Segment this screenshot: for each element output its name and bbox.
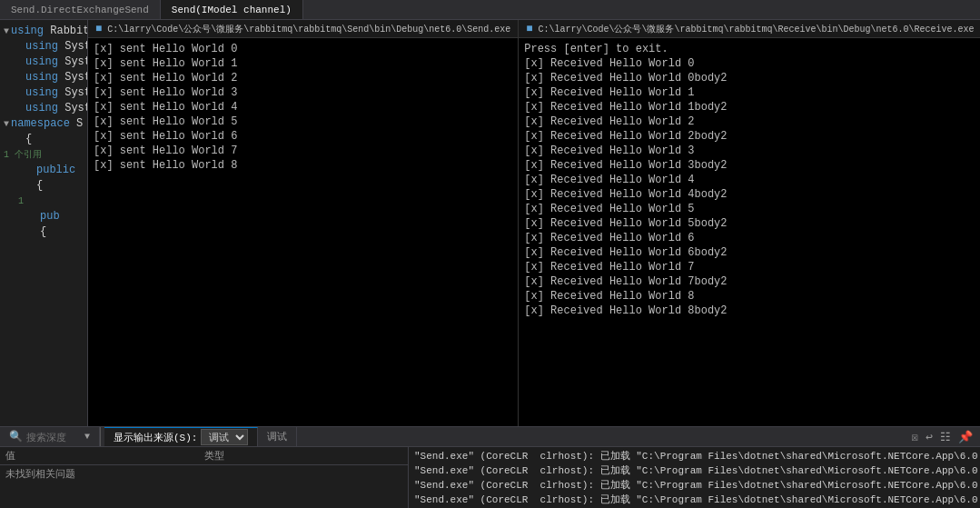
- bottom-left-pane: 值 类型 未找到相关问题: [0, 447, 409, 508]
- tab-bar: Send.DirectExchangeSend Send(IModel chan…: [0, 0, 980, 20]
- main-area: ▼ using RabbitMQ.Client; using System; u…: [0, 20, 980, 426]
- collapse-icon-1: ▼: [4, 24, 9, 39]
- terminal-receive-title: C:\larry\Code\公众号\微服务\rabbitmq\rabbitmq\…: [538, 23, 974, 35]
- tab-direct-exchange[interactable]: Send.DirectExchangeSend: [0, 0, 161, 19]
- code-editor: ▼ using RabbitMQ.Client; using System; u…: [0, 20, 88, 426]
- terminal-send-titlebar: ■ C:\larry\Code\公众号\微服务\rabbitmq\rabbitm…: [88, 20, 518, 38]
- code-text-11: public: [25, 163, 75, 178]
- code-text-9: {: [25, 132, 32, 147]
- bottom-tab-output[interactable]: 显示输出来源(S): 调试: [104, 427, 258, 446]
- terminal-receive-line-8: [x] Received Hello World 8: [524, 289, 975, 304]
- clear-icon[interactable]: ☒: [909, 430, 920, 444]
- code-line-15: {: [0, 224, 87, 240]
- code-line-8: ▼ namespace S: [0, 116, 87, 132]
- bottom-content: 值 类型 未找到相关问题 "Send.exe" (CoreCLR clrhost…: [0, 447, 980, 508]
- terminal-send-line-3: [x] sent Hello World 3: [94, 85, 512, 100]
- terminal-receive-line-3b: [x] Received Hello World 3body2: [524, 158, 975, 173]
- tab-imodel-channel-label: Send(IModel channel): [172, 5, 292, 15]
- terminal-send-line-5: [x] sent Hello World 5: [94, 115, 512, 129]
- terminals-container: ■ C:\larry\Code\公众号\微服务\rabbitmq\rabbitm…: [88, 20, 980, 426]
- terminal-send-line-0: [x] sent Hello World 0: [94, 42, 512, 56]
- code-text-6: using Syste...: [25, 101, 88, 116]
- output-label: 显示输出来源(S):: [114, 431, 197, 444]
- bottom-tab-debug[interactable]: 调试: [258, 427, 297, 446]
- terminal-receive-line-8b: [x] Received Hello World 8body2: [524, 304, 975, 318]
- terminal-receive-icon: ■: [526, 23, 532, 35]
- code-text-3: using System.Collections.Generic;: [25, 55, 88, 70]
- code-line-13: 1: [0, 194, 87, 209]
- code-text-8: namespace S: [11, 116, 83, 132]
- code-line-5: using Syste...: [0, 85, 87, 101]
- tab-direct-exchange-label: Send.DirectExchangeSend: [11, 5, 149, 15]
- terminal-send-line-8: [x] sent Hello World 8: [94, 158, 512, 173]
- terminal-receive-line-1: [x] Received Hello World 1: [524, 85, 975, 100]
- terminal-receive-line-6b: [x] Received Hello World 6body2: [524, 245, 975, 260]
- code-text-12: {: [25, 178, 43, 194]
- bottom-panel: 🔍 ▼ 显示输出来源(S): 调试 调试 ☒ ↩ ☷ 📌: [0, 426, 980, 508]
- terminal-receive-line-6: [x] Received Hello World 6: [524, 231, 975, 245]
- output-pane[interactable]: "Send.exe" (CoreCLR clrhost): 已加载 "C:\Pr…: [409, 447, 980, 508]
- terminal-send-line-1: [x] sent Hello World 1: [94, 56, 512, 71]
- code-line-3: using System.Collections.Generic;: [0, 55, 87, 70]
- code-text-1: using RabbitMQ.Client;: [11, 24, 88, 39]
- code-line-4: using System.Linq;: [0, 70, 87, 85]
- tab-imodel-channel[interactable]: Send(IModel channel): [161, 0, 303, 19]
- code-line-14: pub: [0, 209, 87, 224]
- terminal-receive-line-3: [x] Received Hello World 3: [524, 144, 975, 158]
- output-line-4: "Send.exe" (CoreCLR clrhost): 已加载 "C:\Pr…: [409, 493, 980, 507]
- terminal-receive-body[interactable]: Press [enter] to exit. [x] Received Hell…: [519, 38, 980, 426]
- code-line-1: ▼ using RabbitMQ.Client;: [0, 24, 87, 39]
- debug-label: 调试: [267, 430, 287, 443]
- terminal-receive-line-1b: [x] Received Hello World 1body2: [524, 100, 975, 115]
- code-line-9: {: [0, 132, 87, 147]
- output-line-3: "Send.exe" (CoreCLR clrhost): 已加载 "C:\Pr…: [409, 478, 980, 493]
- terminal-receive-line-4: [x] Received Hello World 4: [524, 173, 975, 187]
- terminal-receive-line-5: [x] Received Hello World 5: [524, 202, 975, 216]
- terminal-receive-press: Press [enter] to exit.: [524, 42, 975, 56]
- output-line-2: "Send.exe" (CoreCLR clrhost): 已加载 "C:\Pr…: [409, 463, 980, 478]
- code-line-6: using Syste...: [0, 101, 87, 116]
- terminal-send-icon: ■: [95, 23, 102, 35]
- search-icon: 🔍: [9, 430, 23, 443]
- terminal-receive-line-2: [x] Received Hello World 2: [524, 115, 975, 129]
- terminal-receive-line-7b: [x] Received Hello World 7body2: [524, 274, 975, 289]
- output-line-1: "Send.exe" (CoreCLR clrhost): 已加载 "C:\Pr…: [409, 449, 980, 463]
- code-text-4: using System.Linq;: [25, 70, 88, 85]
- filter-icon[interactable]: ☷: [938, 430, 953, 444]
- terminal-send-title: C:\larry\Code\公众号\微服务\rabbitmq\rabbitmq\…: [107, 23, 510, 35]
- output-source-select[interactable]: 调试: [201, 429, 248, 445]
- terminal-send-line-7: [x] sent Hello World 7: [94, 144, 512, 158]
- bottom-tabs: 🔍 ▼ 显示输出来源(S): 调试 调试 ☒ ↩ ☷ 📌: [0, 427, 980, 447]
- terminal-send-body[interactable]: [x] sent Hello World 0 [x] sent Hello Wo…: [88, 38, 518, 426]
- terminal-receive-line-4b: [x] Received Hello World 4body2: [524, 187, 975, 202]
- search-dropdown-icon[interactable]: ▼: [84, 432, 90, 442]
- bottom-cols: 值 类型: [0, 447, 408, 465]
- terminal-receive-line-0b: [x] Received Hello World 0body2: [524, 71, 975, 85]
- bottom-tab-search[interactable]: 🔍 ▼: [0, 427, 100, 446]
- code-line-2: using System;: [0, 39, 87, 55]
- code-line-12: {: [0, 178, 87, 194]
- code-text-5: using Syste...: [25, 85, 88, 101]
- terminal-receive-line-2b: [x] Received Hello World 2body2: [524, 129, 975, 144]
- wrap-icon[interactable]: ↩: [924, 430, 935, 444]
- terminal-receive-line-5b: [x] Received Hello World 5body2: [524, 216, 975, 231]
- terminal-send-line-6: [x] sent Hello World 6: [94, 129, 512, 144]
- pin-icon[interactable]: 📌: [956, 430, 975, 444]
- terminal-receive-titlebar: ■ C:\larry\Code\公众号\微服务\rabbitmq\rabbitm…: [519, 20, 980, 38]
- terminal-receive: ■ C:\larry\Code\公众号\微服务\rabbitmq\rabbitm…: [519, 20, 980, 426]
- collapse-icon-8: ▼: [4, 116, 9, 132]
- code-line-11: public: [0, 163, 87, 178]
- col-val-label: 值: [5, 449, 204, 463]
- terminal-send-line-2: [x] sent Hello World 2: [94, 71, 512, 85]
- code-text-14: pub: [25, 209, 60, 224]
- code-text-2: using System;: [25, 39, 88, 55]
- hint-text: 未找到相关问题: [0, 465, 408, 483]
- col-type-label: 类型: [204, 449, 403, 463]
- terminal-receive-line-0: [x] Received Hello World 0: [524, 56, 975, 71]
- terminal-send: ■ C:\larry\Code\公众号\微服务\rabbitmq\rabbitm…: [88, 20, 519, 426]
- code-text-15: {: [25, 224, 46, 240]
- search-input[interactable]: [26, 432, 81, 443]
- terminal-receive-line-7: [x] Received Hello World 7: [524, 260, 975, 274]
- terminal-send-line-4: [x] sent Hello World 4: [94, 100, 512, 115]
- code-line-10: 1 个引用: [0, 147, 87, 163]
